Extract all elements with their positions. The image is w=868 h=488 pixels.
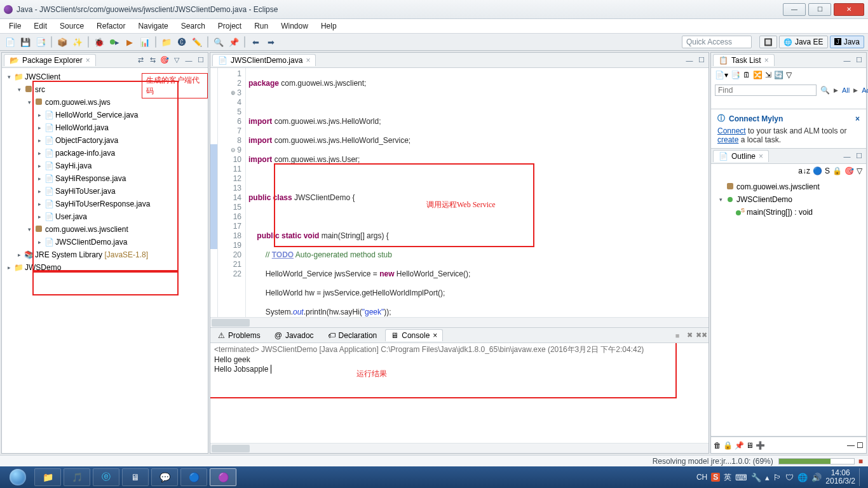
perspective-javaee[interactable]: 🌐 Java EE xyxy=(779,36,828,48)
maximize-view-icon[interactable]: ☐ xyxy=(854,151,864,161)
menu-window[interactable]: Window xyxy=(276,20,313,32)
search-button[interactable]: 🔍 xyxy=(212,36,225,48)
stop-progress-icon[interactable]: ■ xyxy=(858,457,863,466)
remove-launch-icon[interactable]: ✖ xyxy=(684,330,695,341)
search-icon[interactable]: 🔍 xyxy=(820,86,830,95)
taskbar-explorer[interactable]: 📁 xyxy=(34,468,61,486)
package-node[interactable]: com.guowei.ws.jwsclient xyxy=(45,225,128,234)
shield-icon[interactable]: 🛡 xyxy=(785,473,794,482)
file-node[interactable]: package-info.java xyxy=(55,149,115,158)
activate-link[interactable]: Activate... xyxy=(862,86,868,94)
taskbar-app[interactable]: 🖥 xyxy=(122,468,149,486)
tab-console[interactable]: 🖥 Console × xyxy=(385,329,443,341)
menu-project[interactable]: Project xyxy=(213,20,247,32)
minimize-view-icon[interactable]: — xyxy=(847,441,855,450)
file-node[interactable]: SayHiToUser.java xyxy=(55,187,116,196)
sort-icon[interactable]: a↓z xyxy=(798,166,810,175)
start-button[interactable] xyxy=(4,468,32,487)
focus-icon[interactable]: 🎯 xyxy=(844,166,854,175)
synchronize-icon[interactable]: 🔄 xyxy=(774,71,783,79)
scroll-lock-icon[interactable]: 🔒 xyxy=(723,441,733,450)
hide-nonpublic-icon[interactable]: 🔒 xyxy=(832,166,842,175)
src-node[interactable]: src xyxy=(35,85,45,94)
focus-workweek-icon[interactable]: 🔀 xyxy=(753,71,763,79)
close-button[interactable]: ✕ xyxy=(834,3,864,16)
menu-navigate[interactable]: Navigate xyxy=(133,20,173,32)
close-icon[interactable]: × xyxy=(306,56,310,65)
close-icon[interactable]: × xyxy=(86,56,90,65)
ime-indicator[interactable]: CH xyxy=(696,473,707,482)
sogou-icon[interactable]: S xyxy=(711,473,720,482)
categorize-icon[interactable]: 📑 xyxy=(731,71,740,79)
link-editor-icon[interactable]: ⇆ xyxy=(147,55,158,65)
open-task-button[interactable]: ✏️ xyxy=(191,36,203,48)
taskbar-app2[interactable]: 💬 xyxy=(151,468,178,486)
taskbar-chrome[interactable]: 🔵 xyxy=(180,468,207,486)
outline-package[interactable]: com.guowei.ws.jwsclient xyxy=(736,182,820,191)
action-center-icon[interactable]: 🏳 xyxy=(773,473,782,482)
maximize-button[interactable]: ☐ xyxy=(808,3,831,16)
focus-icon[interactable]: 🎯 xyxy=(159,55,170,65)
network-icon[interactable]: 🌐 xyxy=(797,473,808,482)
outline-class[interactable]: JWSClientDemo xyxy=(736,195,792,204)
close-icon[interactable]: × xyxy=(759,152,763,161)
tool-icon[interactable]: 🔧 xyxy=(751,473,761,482)
display-selected-icon[interactable]: 🖥 xyxy=(746,441,754,450)
ime-lang[interactable]: 英 xyxy=(724,472,731,483)
save-button[interactable]: 💾 xyxy=(19,36,32,48)
taskbar-ie[interactable]: ⓔ xyxy=(93,468,119,486)
task-list-tab[interactable]: 📋 Task List × xyxy=(713,54,775,66)
tab-declaration[interactable]: 🏷 Declaration xyxy=(322,329,383,342)
project-node[interactable]: JWSDemo xyxy=(25,263,61,272)
taskbar-eclipse[interactable]: 🟣 xyxy=(210,468,236,486)
minimize-view-icon[interactable]: — xyxy=(684,55,695,65)
volume-icon[interactable]: 🔊 xyxy=(811,473,822,482)
perspective-java[interactable]: 🅹 Java xyxy=(830,36,864,48)
tab-javadoc[interactable]: @ Javadoc xyxy=(269,329,320,342)
back-button[interactable]: ⬅ xyxy=(249,36,262,48)
menu-edit[interactable]: Edit xyxy=(29,20,52,32)
hide-static-icon[interactable]: S xyxy=(825,166,830,175)
view-menu-icon[interactable]: ▽ xyxy=(857,166,862,175)
file-node[interactable]: ObjectFactory.java xyxy=(55,136,118,145)
menu-run[interactable]: Run xyxy=(249,20,273,32)
minimize-view-icon[interactable]: — xyxy=(842,151,852,161)
schedule-icon[interactable]: 🗓 xyxy=(743,71,750,79)
remove-all-icon[interactable]: ✖✖ xyxy=(696,330,707,341)
hide-fields-icon[interactable]: 🔵 xyxy=(813,166,822,175)
editor-tab[interactable]: 📄 JWSClientDemo.java × xyxy=(212,54,316,66)
file-node[interactable]: HelloWorld_Service.java xyxy=(55,111,139,119)
package-explorer-tree[interactable]: ▾📁JWSClient ▾src ▾com.guowei.ws.jws ▸📄He… xyxy=(2,68,208,453)
project-node[interactable]: JWSClient xyxy=(25,72,60,81)
wand-button[interactable]: ✨ xyxy=(71,36,84,48)
all-link[interactable]: All xyxy=(842,86,850,94)
maximize-view-icon[interactable]: ☐ xyxy=(854,55,864,65)
file-node[interactable]: SayHiResponse.java xyxy=(55,174,126,183)
menu-source[interactable]: Source xyxy=(55,20,89,32)
collapse-all-icon[interactable]: ⇄ xyxy=(135,55,146,65)
toggle-mark-button[interactable]: 📌 xyxy=(227,36,240,48)
run-last-button[interactable]: ▶ xyxy=(123,36,136,48)
minimize-view-icon[interactable]: — xyxy=(842,55,852,65)
terminate-icon[interactable]: ■ xyxy=(672,330,682,341)
forward-button[interactable]: ➡ xyxy=(264,36,277,48)
collapse-icon[interactable]: ⇲ xyxy=(765,71,771,79)
maximize-view-icon[interactable]: ☐ xyxy=(857,441,864,450)
package-node[interactable]: com.guowei.ws.jws xyxy=(45,98,111,107)
chevron-up-icon[interactable]: ▴ xyxy=(765,473,770,482)
open-perspective-button[interactable]: 🔲 xyxy=(759,36,777,48)
maximize-view-icon[interactable]: ☐ xyxy=(196,55,206,65)
keyboard-icon[interactable]: ⌨ xyxy=(735,473,747,482)
jre-node[interactable]: JRE System Library [JavaSE-1.8] xyxy=(35,250,148,259)
show-desktop-button[interactable] xyxy=(859,468,864,486)
code-body[interactable]: package com.guowei.ws.jwsclient; import … xyxy=(246,68,709,317)
maximize-view-icon[interactable]: ☐ xyxy=(696,55,707,65)
package-explorer-tab[interactable]: 📂 Package Explorer × xyxy=(4,54,96,66)
view-menu-icon[interactable]: ▽ xyxy=(786,71,792,79)
open-type-button[interactable]: 📦 xyxy=(56,36,69,48)
clear-console-icon[interactable]: 🗑 xyxy=(714,441,721,450)
save-all-button[interactable]: 📑 xyxy=(34,36,47,48)
menu-file[interactable]: File xyxy=(4,20,26,32)
file-node[interactable]: HelloWorld.java xyxy=(55,123,109,132)
debug-button[interactable]: 🐞 xyxy=(93,36,105,48)
